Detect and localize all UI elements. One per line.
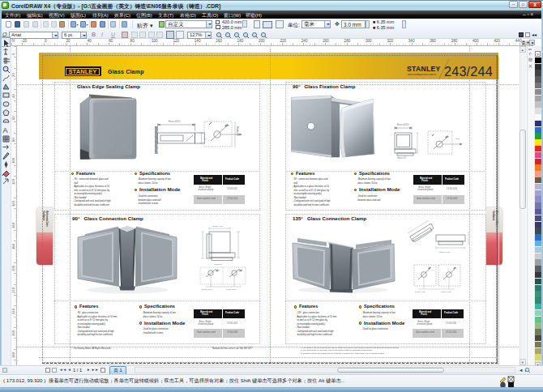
- svg-text:Glass 40/50: Glass 40/50: [226, 288, 237, 291]
- svg-text:Brass 40/50: Brass 40/50: [415, 291, 425, 293]
- svg-text:Brass 40/50: Brass 40/50: [202, 288, 212, 291]
- svg-text:A: A: [2, 126, 7, 134]
- svg-text:Glass t10: Glass t10: [214, 263, 223, 266]
- svg-text:Brass 40/50: Brass 40/50: [212, 225, 224, 228]
- svg-text:Brass 40: Brass 40: [236, 126, 239, 136]
- svg-text:Brass 40/50: Brass 40/50: [439, 251, 451, 254]
- svg-text:56.5: 56.5: [455, 138, 460, 140]
- svg-text:Glass t10: Glass t10: [397, 156, 407, 160]
- svg-text:Brass 40/50: Brass 40/50: [397, 123, 409, 126]
- svg-text:Glass 40/50: Glass 40/50: [441, 291, 451, 293]
- svg-text:Brass 40/50: Brass 40/50: [169, 120, 181, 123]
